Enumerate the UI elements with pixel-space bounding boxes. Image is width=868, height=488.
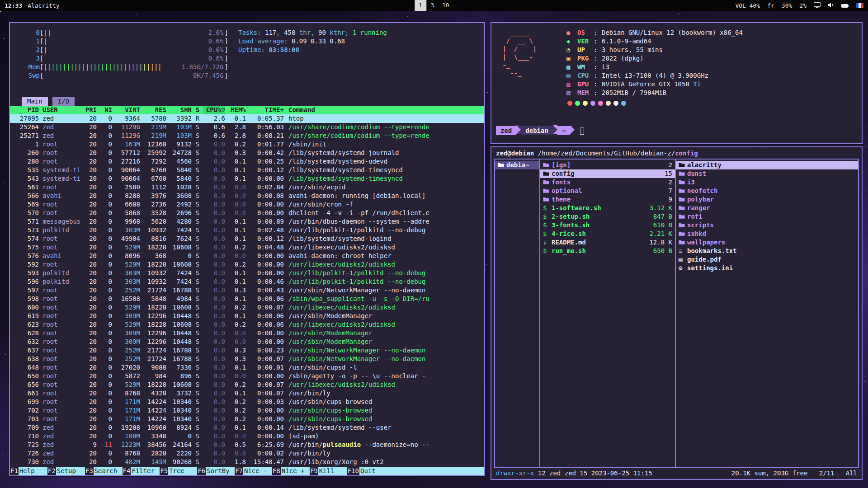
process-row-pid-709[interactable]: 709zed20019208109608924S0.00.10:00.14/li…	[10, 423, 484, 432]
file-row-alacritty[interactable]: alacritty	[676, 161, 858, 169]
process-row-pid-27895[interactable]: 27895zed200936457883392R2.60.10:05.37hto…	[10, 114, 484, 123]
file-manager-window[interactable]: zed@debian /home/zed/Documents/GitHub/de…	[491, 146, 863, 480]
process-row-pid-561[interactable]: 561root200250011121028S0.00.00:02.84/usr…	[10, 183, 484, 192]
process-row-pid-619[interactable]: 619root200309M1229610448S0.00.10:00.06/u…	[10, 312, 484, 320]
cell-res: 3348	[140, 432, 166, 441]
process-row-pid-570[interactable]: 570root200586835282696S0.00.00:00.00dhcl…	[10, 209, 484, 217]
process-row-pid-598[interactable]: 598root2001650858484984S0.00.10:00.06/sb…	[10, 295, 484, 303]
file-row-3-fonts-sh[interactable]: $3-fonts.sh610 B	[540, 221, 675, 230]
htop-tab-main[interactable]: Main	[22, 97, 48, 106]
process-row-pid-638[interactable]: 638root200252M2172416788S0.00.30:00.07/u…	[10, 355, 484, 363]
file-row-dunst[interactable]: dunst	[676, 169, 858, 178]
process-row-pid-637[interactable]: 637root200252M2172416788S0.00.30:00.23/u…	[10, 346, 484, 355]
process-row-pid-600[interactable]: 600root200529M1822810608S0.00.20:00.07/u…	[10, 303, 484, 312]
file-row-readme-md[interactable]: ↓README.md12.8 K	[540, 238, 675, 247]
fkey-f8[interactable]: F8Nice +	[272, 467, 310, 475]
process-row-pid-710[interactable]: 710zed200100M33480S0.00.00:00.00(sd-pam)	[10, 432, 484, 441]
fr-flag-icon[interactable]	[856, 3, 863, 8]
process-row-pid-597[interactable]: 597root200252M2172416788S0.00.30:00.43/u…	[10, 286, 484, 295]
neofetch-terminal-window[interactable]: _____ / __ \ | / | | \___- -_ --_ ●OS : …	[491, 22, 863, 144]
file-row-polybar[interactable]: polybar	[676, 195, 858, 204]
file-row-rofi[interactable]: rofi	[676, 212, 858, 221]
process-row-pid-592[interactable]: 592root200529M1822810608S0.00.20:00.00/u…	[10, 260, 484, 269]
fkey-f5[interactable]: F5Tree	[160, 467, 197, 475]
file-row-guide-pdf[interactable]: ▤guide.pdf	[676, 255, 858, 264]
file-row-theme[interactable]: theme9	[540, 195, 675, 204]
process-row-pid-573[interactable]: 573polkitd200303M109327424S0.00.10:02.48…	[10, 226, 484, 235]
process-row-pid-661[interactable]: 661root200876843283732S0.00.10:00.07/usr…	[10, 389, 484, 398]
text: |	[43, 46, 47, 53]
cell-time: 0:00.25	[246, 157, 284, 166]
workspace-button-3[interactable]: 3	[426, 0, 438, 11]
workspace-button-1[interactable]: 1	[415, 0, 426, 11]
file-row-debia[interactable]: debia~	[495, 161, 539, 169]
process-row-pid-699[interactable]: 699root200171M1422410340S0.00.20:00.03/u…	[10, 398, 484, 406]
process-row-pid-575[interactable]: 575root200529M1822810608S0.00.20:04.48/u…	[10, 243, 484, 252]
cell-shr: 2696	[166, 209, 192, 217]
file-row-ranger[interactable]: ranger	[676, 204, 858, 212]
file-row-wallpapers[interactable]: wallpapers	[676, 238, 858, 247]
process-row-pid-628[interactable]: 628root200309M1229610448S0.00.00:00.00/u…	[10, 329, 484, 338]
folder-icon	[679, 161, 687, 169]
htop-terminal-window[interactable]: 0[||2.6%]1[|0.6%]2[|0.6%]3[0.6%]Mem[||||…	[9, 22, 485, 476]
htop-tab-i-o[interactable]: I/O	[52, 97, 75, 106]
cell-user: zed	[39, 123, 81, 131]
process-row-pid-260[interactable]: 260root200577122599224728S0.00.30:00.42/…	[10, 149, 484, 157]
process-row-pid-623[interactable]: 623root200529M1822810608S0.00.20:00.06/u…	[10, 320, 484, 329]
fkey-f10[interactable]: F10Quit	[347, 467, 388, 475]
process-row-pid-656[interactable]: 656root200529M1822810608S0.00.20:00.07/u…	[10, 380, 484, 389]
process-row-pid-648[interactable]: 648root2002702090887336S0.00.10:00.01/us…	[10, 363, 484, 372]
process-row-pid-280[interactable]: 280root2002721672924560S0.00.10:00.25/li…	[10, 157, 484, 166]
fkey-f2[interactable]: F2Setup	[47, 467, 85, 475]
htop-column-header-row[interactable]: PIDUSERPRINIVIRTRESSHRSCPU%▽MEM%TIME+Com…	[10, 106, 484, 114]
process-row-pid-725[interactable]: 725zed9-111223M3845624164S0.00.56:25.69/…	[10, 441, 484, 449]
process-row-pid-593[interactable]: 593polkitd200303M109327424S0.00.10:00.00…	[10, 269, 484, 277]
file-row-neofetch[interactable]: neofetch	[676, 187, 858, 195]
file-row-i3[interactable]: i3	[676, 178, 858, 187]
process-row-pid-25271[interactable]: 25271zed2001129G219M103MS0.62.80:08.21/u…	[10, 131, 484, 140]
shell-prompt[interactable]: zeddebian~	[496, 126, 584, 135]
file-row-run-me-sh[interactable]: $run_me.sh650 B	[540, 247, 675, 255]
file-row-optional[interactable]: optional7	[540, 187, 675, 195]
workspace-button-10[interactable]: 10	[438, 0, 453, 11]
file-row-2-setup-sh[interactable]: $2-setup.sh847 B	[540, 212, 675, 221]
battery-icon[interactable]	[841, 2, 849, 9]
process-row-pid-571[interactable]: 571messagebus200996856204280S0.00.10:00.…	[10, 217, 484, 226]
process-row-pid-543[interactable]: 543systemd-ti2009006467605840S0.00.10:00…	[10, 174, 484, 183]
file-row-settings-ini[interactable]: ⚙settings.ini	[676, 264, 858, 272]
process-row-pid-730[interactable]: 730zed200482M145M90268S0.01.815:48.47/us…	[10, 458, 484, 466]
file-row-ign[interactable]: [ign]2	[540, 161, 675, 169]
speaker-icon[interactable]	[828, 2, 834, 9]
process-row-pid-703[interactable]: 703root200171M1422410340S0.00.20:00.00/u…	[10, 415, 484, 423]
fkey-f4[interactable]: F4Filter	[123, 467, 160, 475]
file-row-bookmarks-txt[interactable]: ≡bookmarks.txt	[676, 247, 858, 255]
process-row-pid-569[interactable]: 569root200660827362492S0.00.00:00.00/usr…	[10, 200, 484, 209]
fkey-f3[interactable]: F3Search	[85, 467, 123, 475]
file-name: guide.pdf	[687, 255, 722, 264]
text: ]	[224, 46, 228, 54]
process-row-pid-726[interactable]: 726zed200876828202220S0.00.00:00.02/usr/…	[10, 449, 484, 458]
file-row-sxhkd[interactable]: sxhkd	[676, 230, 858, 238]
fkey-f9[interactable]: F9Kill	[310, 467, 347, 475]
process-row-pid-566[interactable]: 566avahi200828839763608S0.00.00:00.08ava…	[10, 192, 484, 200]
terminal-cursor[interactable]	[580, 127, 584, 135]
file-row-config[interactable]: config15	[540, 169, 675, 178]
process-row-pid-535[interactable]: 535systemd-ti2009006467605840S0.00.10:00…	[10, 166, 484, 174]
file-row-scripts[interactable]: scripts	[676, 221, 858, 230]
fkey-f1[interactable]: F1Help	[10, 467, 47, 475]
fkey-f6[interactable]: F6SortBy	[197, 467, 235, 475]
process-row-pid-702[interactable]: 702root200171M1422410340S0.00.20:00.00/u…	[10, 406, 484, 415]
file-row-1-software-sh[interactable]: $1-software.sh3.12 K	[540, 204, 675, 212]
process-row-pid-576[interactable]: 576avahi20080963680S0.00.00:00.00avahi-d…	[10, 252, 484, 260]
process-row-pid-650[interactable]: 650root2005872984896S0.00.00:00.00/sbin/…	[10, 372, 484, 380]
process-row-pid-25264[interactable]: 25264zed2001129G219M103MS0.62.80:56.03/u…	[10, 123, 484, 131]
process-row-pid-1[interactable]: 1root200163M123689132S0.00.20:01.77/sbin…	[10, 140, 484, 149]
process-row-pid-596[interactable]: 596polkitd200303M109327424S0.00.10:00.46…	[10, 277, 484, 286]
file-size: 2	[666, 161, 672, 169]
fkey-f7[interactable]: F7Nice -	[235, 467, 272, 475]
process-row-pid-632[interactable]: 632root200309M1229610448S0.00.00:00.00/u…	[10, 338, 484, 346]
display-icon[interactable]	[814, 2, 821, 9]
file-row-fonts[interactable]: fonts2	[540, 178, 675, 187]
process-row-pid-574[interactable]: 574root2004990488167624S0.00.10:00.12/li…	[10, 235, 484, 243]
file-row-4-rice-sh[interactable]: $4-rice.sh2.21 K	[540, 230, 675, 238]
